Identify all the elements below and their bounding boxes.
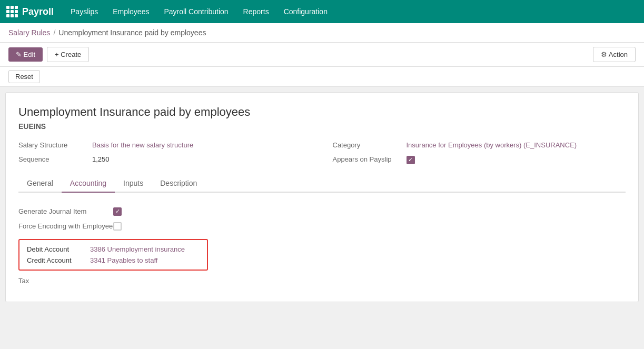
grid-icon [6, 6, 18, 17]
top-navigation: Payroll Payslips Employees Payroll Contr… [0, 0, 644, 23]
credit-account-row: Credit Account 3341 Payables to staff [27, 256, 200, 264]
appears-on-payslip-label: Appears on Payslip [333, 155, 401, 163]
salary-structure-value[interactable]: Basis for the new salary structure [92, 141, 193, 149]
breadcrumb: Salary Rules / Unemployment Insurance pa… [0, 23, 644, 43]
sequence-value: 1,250 [92, 155, 110, 163]
edit-button[interactable]: ✎ Edit [8, 47, 43, 62]
tax-row: Tax [18, 277, 626, 285]
category-label: Category [333, 141, 401, 149]
debit-account-row: Debit Account 3386 Unemployment insuranc… [27, 245, 200, 253]
reset-bar: Reset [0, 67, 644, 87]
category-field: Category Insurance for Employees (by wor… [333, 141, 626, 149]
tax-label: Tax [18, 277, 113, 285]
appears-on-payslip-checkbox[interactable]: ✓ [407, 156, 415, 164]
toolbar: ✎ Edit + Create ⚙ Action [0, 43, 644, 67]
reset-button[interactable]: Reset [8, 70, 40, 83]
credit-account-label: Credit Account [27, 256, 90, 264]
accounts-section: Debit Account 3386 Unemployment insuranc… [18, 237, 626, 271]
salary-structure-label: Salary Structure [18, 141, 87, 149]
generate-journal-row: Generate Journal Item ✓ [18, 207, 626, 216]
action-button[interactable]: ⚙ Action [593, 47, 636, 62]
nav-payslips[interactable]: Payslips [64, 4, 104, 19]
generate-journal-label: Generate Journal Item [18, 207, 113, 215]
nav-configuration[interactable]: Configuration [278, 4, 334, 19]
record-code: EUEINS [18, 122, 626, 131]
breadcrumb-current: Unemployment Insurance paid by employees [58, 28, 206, 37]
category-value[interactable]: Insurance for Employees (by workers) (E_… [407, 141, 577, 149]
debit-account-value[interactable]: 3386 Unemployment insurance [90, 245, 185, 253]
account-highlight-box: Debit Account 3386 Unemployment insuranc… [18, 239, 208, 271]
generate-journal-checkbox[interactable]: ✓ [113, 207, 122, 216]
breadcrumb-parent[interactable]: Salary Rules [8, 28, 50, 37]
form-fields: Salary Structure Basis for the new salar… [18, 141, 626, 164]
force-encoding-checkbox[interactable] [113, 222, 122, 231]
force-encoding-label: Force Encoding with Employee [18, 222, 113, 230]
force-encoding-row: Force Encoding with Employee [18, 222, 626, 231]
app-name: Payroll [22, 6, 54, 17]
tab-inputs[interactable]: Inputs [115, 175, 152, 193]
salary-structure-field: Salary Structure Basis for the new salar… [18, 141, 312, 149]
tab-general[interactable]: General [18, 175, 62, 193]
create-button[interactable]: + Create [47, 47, 89, 62]
nav-payroll-contribution[interactable]: Payroll Contribution [157, 4, 234, 19]
nav-employees[interactable]: Employees [106, 4, 155, 19]
nav-reports[interactable]: Reports [237, 4, 275, 19]
tabs: General Accounting Inputs Description [18, 175, 626, 193]
app-brand[interactable]: Payroll [6, 6, 54, 17]
tab-accounting[interactable]: Accounting [62, 175, 115, 193]
tab-description[interactable]: Description [152, 175, 205, 193]
debit-account-label: Debit Account [27, 245, 90, 253]
sequence-label: Sequence [18, 155, 87, 163]
record-title: Unemployment Insurance paid by employees [18, 105, 626, 119]
main-content: Unemployment Insurance paid by employees… [5, 92, 639, 302]
accounting-tab-content: Generate Journal Item ✓ Force Encoding w… [18, 203, 626, 289]
breadcrumb-separator: / [53, 28, 55, 37]
nav-menu: Payslips Employees Payroll Contribution … [64, 4, 334, 19]
appears-on-payslip-field: Appears on Payslip ✓ [333, 155, 626, 164]
credit-account-value[interactable]: 3341 Payables to staff [90, 256, 157, 264]
sequence-field: Sequence 1,250 [18, 155, 312, 164]
